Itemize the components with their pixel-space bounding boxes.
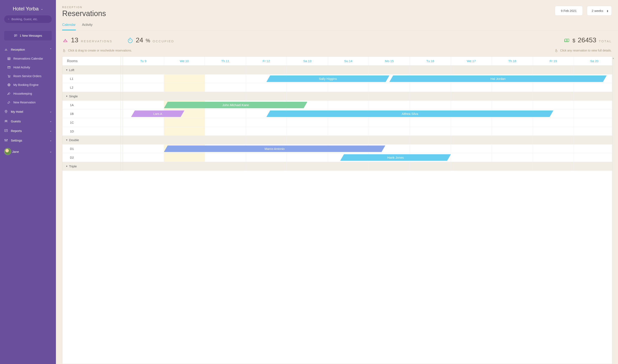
reservation-block[interactable]: Marco Antonio: [164, 145, 385, 152]
grid-cell[interactable]: [492, 127, 533, 135]
nav-section-my-hotel[interactable]: My Hotel⌄: [0, 107, 56, 116]
grid-cell[interactable]: [123, 127, 164, 135]
calendar-body[interactable]: ▼ LoftL1Sally HigginsHal JordanL2▼ Singl…: [62, 66, 615, 364]
grid-cell[interactable]: [164, 153, 205, 162]
grid-cell[interactable]: [246, 118, 287, 127]
grid-cell[interactable]: [574, 101, 615, 109]
day-header[interactable]: Tu 16: [410, 57, 451, 65]
grid-cell[interactable]: [328, 127, 369, 135]
grid-cell[interactable]: [246, 127, 287, 135]
scrollbar[interactable]: [612, 56, 615, 364]
day-header[interactable]: Fr 19: [533, 57, 574, 65]
nav-item-reservations-calendar[interactable]: Reservations Calendar: [0, 54, 56, 63]
grid-cell[interactable]: [328, 118, 369, 127]
grid-cell[interactable]: [533, 83, 574, 92]
day-header[interactable]: Th 11: [205, 57, 246, 65]
grid-cell[interactable]: [451, 83, 492, 92]
day-header[interactable]: We 10: [164, 57, 205, 65]
grid-cell[interactable]: [410, 144, 451, 153]
grid-cell[interactable]: [369, 118, 410, 127]
nav-item-hotel-activity[interactable]: Hotel Activity: [0, 63, 56, 72]
day-header[interactable]: We 17: [451, 57, 492, 65]
messages-button[interactable]: 1 New Messages: [4, 31, 52, 40]
day-header[interactable]: Tu 9: [123, 57, 164, 65]
grid-cell[interactable]: [533, 127, 574, 135]
reservation-block[interactable]: Althea Silva: [267, 110, 553, 117]
grid-cell[interactable]: [492, 118, 533, 127]
tab-calendar[interactable]: Calendar: [62, 22, 76, 30]
grid-cell[interactable]: [369, 127, 410, 135]
grid-cell[interactable]: [328, 101, 369, 109]
grid-cell[interactable]: [287, 118, 328, 127]
grid-cell[interactable]: [205, 127, 246, 135]
grid-cell[interactable]: [123, 83, 164, 92]
grid-cell[interactable]: [205, 74, 246, 83]
room-label[interactable]: ▼ Single: [62, 92, 121, 101]
nav-item-new-reservation[interactable]: New Reservation: [0, 98, 56, 107]
grid-cell[interactable]: [533, 118, 574, 127]
grid-cell[interactable]: [492, 83, 533, 92]
grid-cell[interactable]: [451, 153, 492, 162]
day-header[interactable]: Th 18: [492, 57, 533, 65]
day-header[interactable]: Mo 15: [369, 57, 410, 65]
grid-cell[interactable]: [287, 83, 328, 92]
reservation-block[interactable]: Sally Higgins: [267, 76, 390, 82]
grid-cell[interactable]: [205, 153, 246, 162]
grid-cell[interactable]: [533, 153, 574, 162]
grid-cell[interactable]: [451, 144, 492, 153]
grid-cell[interactable]: [574, 109, 615, 118]
reservation-block[interactable]: Lars A: [131, 110, 184, 117]
reservation-block[interactable]: Hal Jordan: [389, 76, 606, 82]
reservation-block[interactable]: John Michael Kane: [164, 102, 308, 108]
day-header[interactable]: Fr 12: [246, 57, 287, 65]
grid-cell[interactable]: [533, 101, 574, 109]
grid-cell[interactable]: [410, 101, 451, 109]
grid-cell[interactable]: [164, 118, 205, 127]
room-label[interactable]: ▼ Triple: [62, 162, 121, 170]
nav-section-reception[interactable]: Reception⌃: [0, 45, 56, 54]
hotel-selector[interactable]: Hotel Yorba ⌄: [0, 0, 56, 14]
room-label[interactable]: ▼ Loft: [62, 66, 121, 74]
nav-section-settings[interactable]: Settings⌄: [0, 135, 56, 145]
day-header[interactable]: Sa 13: [287, 57, 328, 65]
user-menu[interactable]: Jane ⌄: [0, 145, 56, 158]
reservation-block[interactable]: Hank Jones: [340, 154, 451, 161]
grid-cell[interactable]: [574, 127, 615, 135]
grid-cell[interactable]: [574, 153, 615, 162]
tab-activity[interactable]: Activity: [82, 22, 93, 30]
grid-cell[interactable]: [123, 101, 164, 109]
grid-cell[interactable]: [328, 83, 369, 92]
grid-cell[interactable]: [164, 83, 205, 92]
grid-cell[interactable]: [451, 127, 492, 135]
search-input[interactable]: [12, 17, 48, 21]
grid-cell[interactable]: [451, 101, 492, 109]
grid-cell[interactable]: [123, 74, 164, 83]
grid-cell[interactable]: [205, 118, 246, 127]
date-picker[interactable]: 9 Feb 2021: [555, 6, 583, 16]
grid-cell[interactable]: [164, 127, 205, 135]
grid-cell[interactable]: [410, 127, 451, 135]
grid-cell[interactable]: [205, 83, 246, 92]
nav-item-room-service-orders[interactable]: Room Service Orders: [0, 72, 56, 80]
search-field[interactable]: [4, 15, 52, 23]
room-label[interactable]: ▼ Double: [62, 136, 121, 144]
grid-cell[interactable]: [574, 144, 615, 153]
nav-section-guests[interactable]: Guests⌄: [0, 116, 56, 126]
nav-item-my-booking-engine[interactable]: My Booking Engine: [0, 80, 56, 89]
grid-cell[interactable]: [574, 83, 615, 92]
grid-cell[interactable]: [369, 101, 410, 109]
range-select[interactable]: 2 weeks ▴▾: [587, 6, 612, 16]
grid-cell[interactable]: [123, 118, 164, 127]
grid-cell[interactable]: [451, 118, 492, 127]
grid-cell[interactable]: [492, 101, 533, 109]
grid-cell[interactable]: [369, 83, 410, 92]
grid-cell[interactable]: [287, 127, 328, 135]
grid-cell[interactable]: [410, 83, 451, 92]
day-header[interactable]: Su 14: [328, 57, 369, 65]
grid-cell[interactable]: [123, 144, 164, 153]
grid-cell[interactable]: [123, 153, 164, 162]
nav-section-reports[interactable]: Reports⌄: [0, 126, 56, 135]
grid-cell[interactable]: [205, 109, 246, 118]
grid-cell[interactable]: [533, 144, 574, 153]
grid-cell[interactable]: [492, 144, 533, 153]
